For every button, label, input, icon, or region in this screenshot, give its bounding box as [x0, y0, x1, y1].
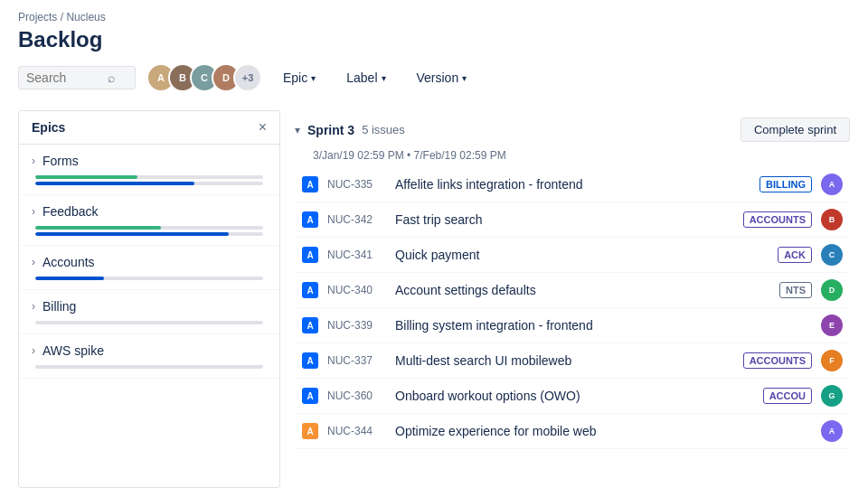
epic-item-aws-spike[interactable]: › AWS spike — [19, 334, 279, 379]
epic-expand-icon: › — [32, 256, 35, 268]
issue-avatar: C — [821, 244, 843, 266]
issue-summary: Optimize experience for mobile web — [395, 424, 812, 438]
label-filter-label: Label — [346, 70, 377, 85]
epic-item-header: › Feedback — [32, 204, 267, 219]
issue-type-icon: A — [302, 247, 318, 263]
issue-avatar: G — [821, 385, 843, 407]
epic-progress-bar-container — [35, 226, 263, 230]
issue-type-icon: A — [302, 352, 318, 369]
epic-name: Accounts — [42, 255, 95, 269]
issue-tag: ACCOU — [763, 388, 812, 404]
epic-filter-button[interactable]: Epic ▾ — [273, 66, 326, 89]
main-content: Epics × › Forms › Feedb — [0, 110, 868, 488]
issue-tag: ACCOUNTS — [743, 211, 812, 228]
issue-type-icon: A — [302, 176, 318, 192]
epic-progress-bar-container — [35, 175, 263, 179]
search-box[interactable]: ⌕ — [18, 66, 136, 89]
epics-close-button[interactable]: × — [259, 120, 267, 135]
issue-row[interactable]: ANUC-335Affelite links integration - fro… — [295, 167, 850, 202]
search-input[interactable] — [26, 70, 108, 85]
breadcrumb-projects[interactable]: Projects — [18, 11, 57, 23]
issue-tag: ACCOUNTS — [743, 352, 812, 369]
epic-progress-bar-container — [35, 321, 263, 324]
epic-progress-bar-blue-container — [35, 232, 263, 236]
label-filter-button[interactable]: Label ▾ — [336, 66, 395, 89]
issue-summary: Affelite links integration - frontend — [395, 177, 750, 192]
issue-key: NUC-339 — [327, 319, 386, 332]
page-title: Backlog — [18, 27, 850, 52]
issue-avatar: E — [821, 314, 843, 336]
search-icon: ⌕ — [108, 70, 115, 85]
issue-row[interactable]: ANUC-337Multi-dest search UI mobilewebAC… — [295, 343, 850, 379]
sprint-issues-count: 5 issues — [362, 123, 405, 136]
issue-avatar: A — [821, 174, 843, 195]
sprint-expand-icon[interactable]: ▾ — [295, 124, 300, 136]
issue-type-icon: A — [302, 388, 318, 404]
epic-name: AWS spike — [42, 343, 104, 358]
issue-row[interactable]: ANUC-360Onboard workout options (OWO)ACC… — [295, 379, 850, 414]
epic-item-accounts[interactable]: › Accounts — [19, 246, 279, 290]
epics-title: Epics — [32, 120, 65, 135]
breadcrumb: Projects / Nucleus — [18, 11, 850, 23]
sprint-header: ▾ Sprint 3 5 issues Complete sprint — [295, 110, 850, 147]
issue-summary: Account settings defaults — [395, 283, 770, 297]
issue-avatar: F — [821, 350, 843, 371]
epic-name: Forms — [42, 154, 79, 168]
epic-item-header: › Accounts — [32, 255, 267, 269]
epic-progress-blue — [35, 182, 194, 185]
issue-summary: Multi-dest search UI mobileweb — [395, 353, 734, 368]
epic-progress-bar-container — [35, 277, 263, 280]
epics-panel: Epics × › Forms › Feedb — [18, 110, 280, 488]
epic-expand-icon: › — [32, 300, 35, 313]
epic-progress-bar-blue-container — [35, 182, 263, 185]
issue-summary: Billing system integration - frontend — [395, 318, 812, 333]
epic-filter-label: Epic — [283, 70, 307, 85]
epic-chevron-icon: ▾ — [311, 73, 316, 83]
issue-row[interactable]: ANUC-342Fast trip searchACCOUNTSB — [295, 202, 850, 238]
epic-item-header: › Billing — [32, 299, 267, 314]
epic-progress-green — [35, 175, 137, 179]
issue-list: ANUC-335Affelite links integration - fro… — [295, 167, 850, 449]
epic-item-feedback[interactable]: › Feedback — [19, 195, 279, 246]
issue-summary: Onboard workout options (OWO) — [395, 389, 754, 403]
epic-item-billing[interactable]: › Billing — [19, 290, 279, 334]
issue-key: NUC-342 — [327, 213, 386, 226]
avatar-group: A B C D +3 — [146, 63, 262, 92]
epic-progress-blue — [35, 232, 229, 236]
version-filter-button[interactable]: Version ▾ — [407, 66, 477, 89]
toolbar: ⌕ A B C D +3 Epic ▾ Label ▾ Version ▾ — [18, 63, 850, 92]
issue-tag: ACK — [778, 247, 812, 263]
epic-expand-icon: › — [32, 205, 35, 218]
issue-key: NUC-335 — [327, 178, 386, 191]
issue-type-icon: A — [302, 423, 318, 439]
epic-name: Feedback — [42, 204, 98, 219]
issue-row[interactable]: ANUC-341Quick paymentACKC — [295, 238, 850, 273]
epic-progress-green — [35, 226, 161, 230]
epic-item-header: › AWS spike — [32, 343, 267, 358]
issue-key: NUC-360 — [327, 389, 386, 402]
epic-item-forms[interactable]: › Forms — [19, 145, 279, 195]
issue-type-icon: A — [302, 317, 318, 333]
breadcrumb-nucleus[interactable]: Nucleus — [66, 11, 105, 23]
epic-progress-bar-container — [35, 365, 263, 369]
label-chevron-icon: ▾ — [382, 73, 386, 83]
issue-avatar: D — [821, 279, 843, 301]
issue-avatar: A — [821, 420, 843, 442]
version-filter-label: Version — [417, 70, 459, 85]
issue-row[interactable]: ANUC-340Account settings defaultsNTSD — [295, 273, 850, 308]
issue-type-icon: A — [302, 211, 318, 228]
avatar-more[interactable]: +3 — [233, 63, 262, 92]
issue-summary: Quick payment — [395, 248, 769, 262]
issue-row[interactable]: ANUC-344Optimize experience for mobile w… — [295, 414, 850, 449]
epics-panel-header: Epics × — [19, 111, 279, 145]
epic-expand-icon: › — [32, 155, 35, 167]
issue-tag: BILLING — [760, 176, 812, 192]
epic-name: Billing — [42, 299, 76, 314]
issue-tag: NTS — [779, 282, 812, 298]
issue-key: NUC-344 — [327, 425, 386, 437]
issue-row[interactable]: ANUC-339Billing system integration - fro… — [295, 308, 850, 343]
epic-item-header: › Forms — [32, 154, 267, 168]
sprint-dates: 3/Jan/19 02:59 PM • 7/Feb/19 02:59 PM — [295, 149, 850, 162]
complete-sprint-button[interactable]: Complete sprint — [741, 117, 850, 142]
issue-key: NUC-340 — [327, 284, 386, 296]
